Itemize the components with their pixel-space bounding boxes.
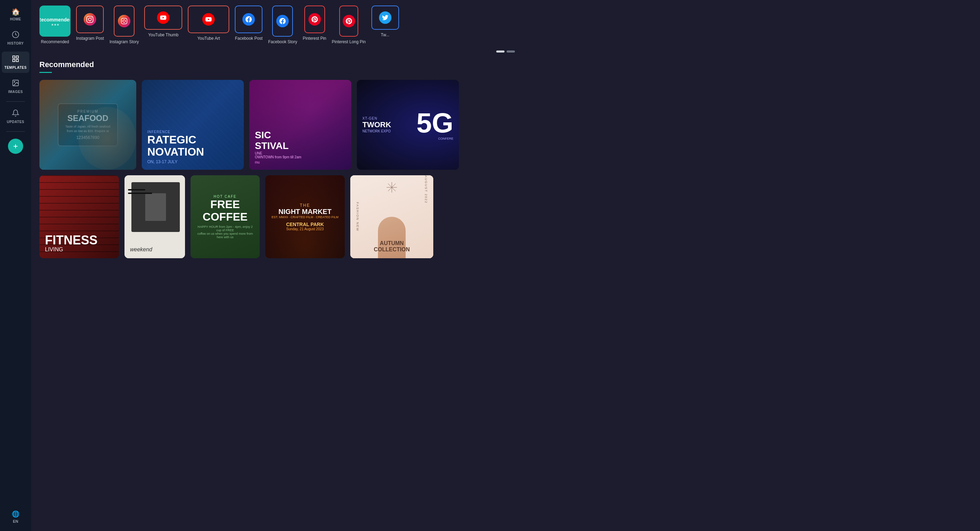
festival-tag: mu (255, 161, 301, 164)
language-selector[interactable]: 🌐 EN (9, 507, 22, 527)
fitness-text: FITNESS LIVING (45, 234, 97, 253)
dot-3 (57, 24, 59, 25)
facebook-story-box (272, 6, 293, 37)
type-youtube-thumb[interactable]: YouTube Thumb (144, 6, 182, 44)
youtube-art-icon (202, 13, 215, 25)
section-underline (40, 72, 52, 73)
fiveg-title: TWORK (363, 120, 412, 129)
globe-icon: 🌐 (12, 510, 19, 518)
youtube-art-box (188, 6, 229, 33)
carousel-pagination (40, 48, 972, 55)
type-pinterest-pin[interactable]: Pinterest Pin (303, 6, 326, 44)
type-label-facebook-post: Facebook Post (235, 36, 262, 41)
sidebar-item-updates[interactable]: UPDATES (2, 106, 29, 127)
home-icon: 🏠 (11, 8, 20, 16)
recommended-dots (51, 24, 59, 25)
page-dot-2[interactable] (507, 51, 515, 52)
festival-date: OWNTOWN from 9pm till 2am (255, 155, 301, 159)
autumn-date: AUGUST 2022 (424, 175, 428, 203)
facebook-story-icon (276, 15, 289, 27)
pinterest-long-pin-box (339, 6, 358, 37)
create-button[interactable]: + (8, 138, 23, 154)
template-card-fitness[interactable]: FITNESS LIVING (40, 175, 119, 258)
type-label-recommended: Recommended (41, 40, 69, 44)
market-content: THE NIGHT MARKET EST. MMXII · CRAFTED FI… (272, 203, 338, 231)
sidebar-item-images[interactable]: IMAGES (2, 76, 29, 97)
template-card-innovation[interactable]: INFERENCE RATEGICNOVATION ON, 13-17 JULY (142, 80, 244, 170)
recommended-main-label: Recommended (40, 17, 70, 22)
svg-rect-4 (16, 59, 18, 62)
innovation-text: INFERENCE RATEGICNOVATION ON, 13-17 JULY (147, 130, 204, 164)
type-youtube-art[interactable]: YouTube Art (188, 6, 229, 44)
images-icon (12, 79, 19, 89)
template-card-coffee[interactable]: HOT CAFE FREECOFFEE HAPPY HOUR from 2pm … (191, 175, 260, 258)
template-row-2: FITNESS LIVING weekend (40, 175, 972, 258)
svg-point-6 (14, 81, 15, 82)
facebook-post-icon (242, 13, 255, 25)
festival-sub: UNE (255, 151, 301, 155)
type-facebook-story[interactable]: Facebook Story (268, 6, 297, 44)
template-card-festival[interactable]: SICSTIVAL UNE OWNTOWN from 9pm till 2am … (249, 80, 352, 170)
sidebar-item-home[interactable]: 🏠 HOME (2, 4, 29, 25)
innovation-title: RATEGICNOVATION (147, 134, 204, 158)
dot-1 (51, 24, 53, 25)
type-instagram-story[interactable]: Instagram Story (110, 6, 139, 44)
sidebar-label-images: IMAGES (8, 90, 23, 94)
type-pinterest-long-pin[interactable]: Pinterest Long Pin (332, 6, 366, 44)
svg-rect-2 (16, 56, 18, 58)
template-row-1: PREMIUM SEAFOOD Taste of Japan. All fres… (40, 80, 972, 170)
type-recommended[interactable]: Recommended Recommended (40, 6, 70, 44)
autumn-star (387, 182, 397, 194)
market-pre: THE (272, 203, 338, 208)
festival-text: SICSTIVAL UNE OWNTOWN from 9pm till 2am … (255, 130, 301, 164)
sidebar-label-history: HISTORY (7, 41, 24, 45)
type-twitter[interactable]: Tw... (371, 6, 399, 44)
language-label: EN (13, 519, 18, 523)
fiveg-label: XT-GEN (363, 116, 412, 120)
sidebar-item-templates[interactable]: TEMPLATES (2, 51, 29, 73)
fiveg-right: 5G CONFERE (416, 109, 453, 140)
instagram-icon (84, 13, 96, 25)
pinterest-pin-box (304, 6, 325, 33)
autumn-text: AUTUMNCOLLECTION (356, 240, 428, 253)
autumn-side-label: FASHION NEW (356, 202, 359, 231)
market-date: Sunday, 21 August 2023 (272, 227, 338, 231)
festival-title: SICSTIVAL (255, 130, 301, 151)
twitter-box (371, 6, 399, 30)
pinterest-long-icon (343, 15, 355, 27)
sidebar-divider-2 (6, 131, 25, 132)
fiveg-number: 5G (416, 109, 453, 137)
fitness-sub: LIVING (45, 246, 97, 253)
template-card-seafood[interactable]: PREMIUM SEAFOOD Taste of Japan. All fres… (40, 80, 136, 170)
templates-icon (12, 55, 19, 64)
sidebar: 🏠 HOME HISTORY TEMPLATES IMAGE (0, 0, 31, 531)
recommended-box: Recommended (40, 6, 70, 37)
type-facebook-post[interactable]: Facebook Post (235, 6, 262, 44)
type-label-twitter: Tw... (381, 32, 389, 37)
weekend-label: weekend (130, 246, 152, 253)
dot-2 (54, 24, 56, 25)
type-label-youtube-art: YouTube Art (197, 36, 220, 41)
fiveg-sub: NETWORK EXPO (363, 129, 412, 133)
fiveg-text: XT-GEN TWORK NETWORK EXPO (363, 116, 412, 133)
sidebar-divider (6, 101, 25, 102)
type-label-facebook-story: Facebook Story (268, 40, 297, 44)
template-card-nightmarket[interactable]: THE NIGHT MARKET EST. MMXII · CRAFTED FI… (265, 175, 345, 258)
instagram-story-box (114, 6, 135, 37)
template-card-5g[interactable]: XT-GEN TWORK NETWORK EXPO 5G CONFERE (357, 80, 459, 170)
sidebar-item-history[interactable]: HISTORY (2, 27, 29, 49)
template-card-weekend[interactable]: weekend (124, 175, 185, 258)
twitter-icon (379, 11, 391, 24)
type-label-instagram-story: Instagram Story (110, 40, 139, 44)
template-card-autumn[interactable]: AUGUST 2022 FASHION NEW AUTUMNCOLLECTION (350, 175, 433, 258)
market-sub: EST. MMXII · CRAFTED FILM · CREATED FILM (272, 215, 338, 219)
youtube-thumb-icon (157, 11, 169, 24)
coffee-content: HOT CAFE FREECOFFEE HAPPY HOUR from 2pm … (196, 195, 254, 238)
section-title-recommended: Recommended (40, 60, 972, 69)
type-label-youtube-thumb: YouTube Thumb (148, 32, 179, 37)
page-dot-1[interactable] (496, 51, 504, 52)
sidebar-label-updates: UPDATES (7, 120, 25, 124)
type-instagram-post[interactable]: Instagram Post (76, 6, 104, 44)
history-icon (12, 31, 19, 40)
main-content: Recommended Recommended (31, 0, 980, 531)
